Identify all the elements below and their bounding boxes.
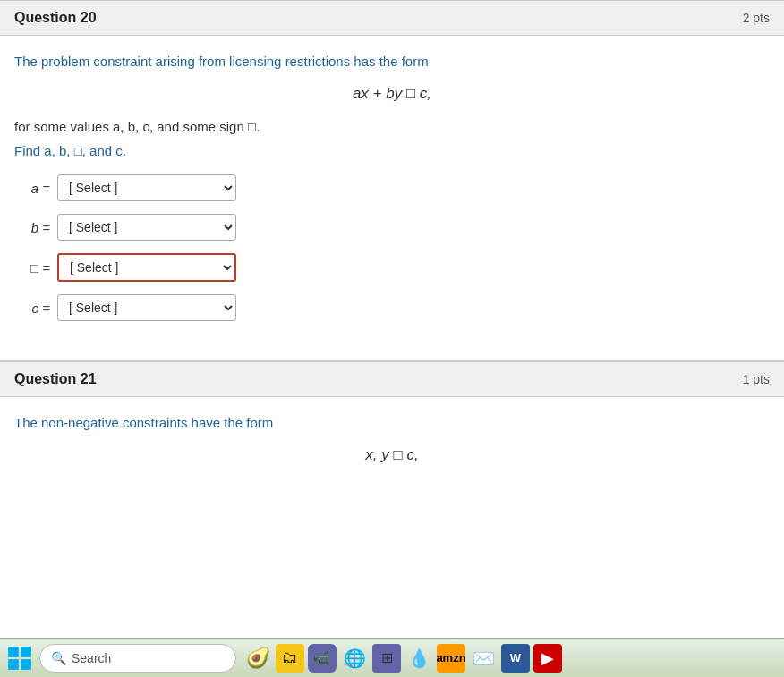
question-20-title: Question 20: [14, 10, 97, 26]
field-sign-select[interactable]: [ Select ] ≤ ≥ = < >: [57, 253, 236, 282]
question-20-formula: ax + by □ c,: [14, 85, 770, 103]
find-label: Find a, b, □, and c.: [14, 143, 770, 158]
field-sign-row: □ = [ Select ] ≤ ≥ = < >: [14, 253, 770, 282]
field-c-label: c =: [14, 300, 50, 316]
some-values-text: for some values a, b, c, and some sign □…: [14, 119, 770, 134]
question-20-body: The problem constraint arising from lice…: [0, 36, 784, 360]
question-21-title: Question 21: [14, 371, 97, 387]
field-a-row: a = [ Select ] 1 2 3 4 5: [14, 174, 770, 201]
question-20-pts: 2 pts: [743, 11, 770, 25]
field-sign-label: □ =: [14, 260, 50, 275]
question-20-header: Question 20 2 pts: [0, 0, 784, 36]
field-c-select[interactable]: [ Select ] 1 2 3 4 5: [57, 294, 236, 321]
field-b-select[interactable]: [ Select ] 1 2 3 4 5: [57, 214, 236, 241]
field-a-select[interactable]: [ Select ] 1 2 3 4 5: [57, 174, 236, 201]
question-21-header: Question 21 1 pts: [0, 361, 784, 397]
field-b-label: b =: [14, 220, 50, 235]
question-20-description: The problem constraint arising from lice…: [14, 54, 770, 69]
field-c-row: c = [ Select ] 1 2 3 4 5: [14, 294, 770, 321]
field-a-label: a =: [14, 181, 50, 196]
question-21-body: The non-negative constraints have the fo…: [0, 397, 784, 498]
field-b-row: b = [ Select ] 1 2 3 4 5: [14, 214, 770, 241]
question-21-pts: 1 pts: [743, 372, 770, 386]
question-21-formula: x, y □ c,: [14, 446, 770, 464]
question-21-description: The non-negative constraints have the fo…: [14, 415, 770, 430]
question-21-section: Question 21 1 pts The non-negative const…: [0, 361, 784, 498]
